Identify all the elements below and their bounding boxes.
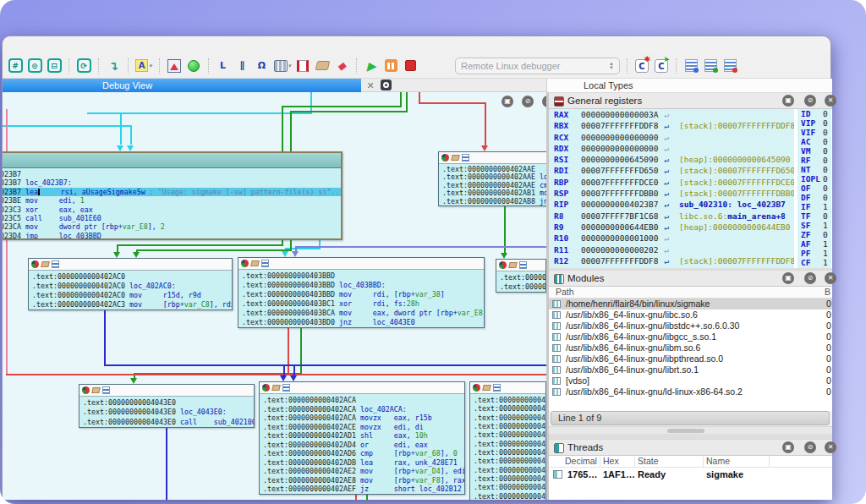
- register-row[interactable]: RSP00007FFFFFFFDBB0↵[stack]:00007FFFFFFF…: [549, 188, 794, 199]
- jump-icon[interactable]: ↵: [664, 120, 669, 131]
- register-row[interactable]: RDI00007FFFFFFFD650↵[stack]:00007FFFFFFF…: [549, 165, 794, 176]
- asm-line[interactable]: .text:000000000040: [474, 396, 545, 404]
- combo-stepper-icon[interactable]: ▲▼: [609, 62, 614, 70]
- module-row[interactable]: /home/henri/flair84/bin/linux/sigmake0: [549, 299, 832, 310]
- hand-icon[interactable]: [271, 385, 280, 391]
- run-to-icon[interactable]: [473, 384, 480, 392]
- asm-line[interactable]: .text:000000000040: [474, 414, 545, 422]
- module-row[interactable]: /usr/lib/x86_64-linux-gnu/libgcc_s.so.10: [549, 331, 832, 342]
- asm-line[interactable]: .text:0000000000402AE2 mov [rbp+var_D4],…: [263, 467, 464, 476]
- chart-icon[interactable]: [519, 261, 527, 269]
- flag-row[interactable]: VIP0: [797, 118, 831, 128]
- jump-icon[interactable]: ↵: [664, 233, 669, 244]
- tab-close-icon[interactable]: ✕: [364, 79, 376, 91]
- asm-line[interactable]: .text:00000000004023B7 loc_4023B7:: [3, 178, 341, 187]
- flag-row[interactable]: RF0: [797, 156, 831, 165]
- flag-row[interactable]: ID0: [797, 109, 831, 118]
- flag-row[interactable]: OF0: [797, 184, 831, 193]
- segments-icon[interactable]: ∥: [235, 57, 250, 75]
- asm-line[interactable]: .text:000000000040: [474, 448, 545, 457]
- node-header[interactable]: [439, 152, 546, 164]
- flags-list[interactable]: ID0VIP0VIF0AC0VM0RF0NT0IOPL0OF0DF0IF1TF0…: [797, 109, 831, 268]
- register-row[interactable]: R100000000000001000↵: [549, 233, 794, 244]
- register-row[interactable]: R1200007FFFFFFFDDF8↵[stack]:00007FFFFFFF…: [549, 255, 794, 266]
- asm-line[interactable]: .text:000000000040: [474, 422, 545, 430]
- asm-line[interactable]: .text:000000000040: [474, 492, 545, 500]
- asm-line[interactable]: .text:0000000000402AD4 or edi, eax: [263, 441, 464, 450]
- module-row[interactable]: [vdso]0: [549, 375, 832, 386]
- register-row[interactable]: RDX0000000000000000↵: [549, 143, 794, 154]
- chart-icon[interactable]: [493, 384, 501, 392]
- flag-row[interactable]: PF1: [797, 249, 831, 258]
- registers-restore-button[interactable]: ▣: [782, 95, 794, 107]
- run-to-icon[interactable]: [241, 260, 249, 267]
- jump-icon[interactable]: ↵: [664, 222, 669, 233]
- asm-line[interactable]: .text:0000000000402AC0: [32, 272, 232, 282]
- scrollbar-handle[interactable]: [667, 429, 704, 433]
- module-row[interactable]: /usr/lib/x86_64-linux-gnu/librt.so.10: [549, 364, 832, 375]
- flag-row[interactable]: AC0: [797, 137, 831, 146]
- asm-line[interactable]: .text:0000000000: [500, 273, 545, 282]
- flag-row[interactable]: CF1: [797, 258, 831, 267]
- jump-icon[interactable]: ↵: [664, 132, 669, 143]
- asm-line[interactable]: .text:00000000004023C3 xor eax, eax: [3, 205, 341, 214]
- process-running-icon[interactable]: [186, 57, 201, 75]
- stack-trace-icon[interactable]: ⊟: [47, 57, 62, 75]
- asm-line[interactable]: .text:0000000000402AB8 jnz: [442, 198, 546, 205]
- asm-line[interactable]: .text:0000000000403BC1 xor rdi, fs:28h: [242, 299, 484, 309]
- node-header[interactable]: [79, 385, 254, 397]
- asm-line[interactable]: .text:000000000040: [474, 483, 545, 491]
- threads-close-button[interactable]: ✕: [825, 441, 836, 453]
- thread-row[interactable]: 1765…1AF1…Readysigmake: [549, 468, 832, 481]
- hand-tool-icon[interactable]: [315, 57, 330, 75]
- asm-line[interactable]: .text:00000000004023BE mov edi, 1: [3, 196, 341, 205]
- breakpoint-group-icon[interactable]: [295, 57, 310, 75]
- asm-line[interactable]: .text:00000000004023C5 call sub_401E60: [3, 214, 341, 222]
- flag-row[interactable]: NT0: [797, 165, 831, 174]
- graph-restore-button[interactable]: ▣: [502, 96, 513, 107]
- asm-line[interactable]: .text:000000000040: [474, 474, 545, 483]
- add-watch-icon[interactable]: [703, 57, 718, 75]
- chart-icon[interactable]: [462, 154, 469, 162]
- jump-icon[interactable]: ↵: [664, 255, 669, 266]
- list-view-icon[interactable]: [683, 57, 699, 75]
- modules-list[interactable]: /home/henri/flair84/bin/linux/sigmake0/u…: [549, 299, 832, 411]
- text-color-icon[interactable]: A▾: [135, 57, 152, 75]
- window-list-icon[interactable]: [381, 79, 392, 90]
- threads-restore-button[interactable]: ▣: [782, 441, 794, 453]
- hand-icon[interactable]: [41, 261, 49, 267]
- flag-row[interactable]: AF1: [797, 239, 831, 249]
- modules-hscrollbar[interactable]: [549, 426, 832, 434]
- jump-icon[interactable]: ↵: [664, 211, 669, 222]
- register-row[interactable]: RBX00007FFFFFFFDDF8↵[stack]:00007FFFFFFF…: [549, 120, 794, 131]
- asm-line[interactable]: .text:00000000004023B7: [3, 170, 341, 178]
- node-header[interactable]: [496, 260, 545, 271]
- module-row[interactable]: /usr/lib/x86_64-linux-gnu/libm.so.60: [549, 342, 832, 353]
- jump-icon[interactable]: ↵: [664, 143, 669, 154]
- quick-compile-icon[interactable]: C➤: [654, 57, 669, 75]
- chart-icon[interactable]: [282, 384, 290, 392]
- node-loc_403BBD[interactable]: .text:0000000000403BBD.text:000000000040…: [238, 257, 485, 328]
- modules-restore-button[interactable]: ▣: [782, 272, 794, 284]
- hand-icon[interactable]: [451, 155, 459, 161]
- asm-line[interactable]: .text:0000000000403BD0 jnz loc_4043E0: [242, 318, 484, 327]
- asm-line[interactable]: .text:0000000000402AE8 mov [rbp+var_F8],…: [263, 476, 464, 485]
- asm-line[interactable]: .text:0000000000402AD1 shl eax, 10h: [263, 431, 464, 441]
- asm-line[interactable]: .text:0000000000402AC3 mov [rbp+var_C8],…: [32, 300, 232, 310]
- asm-line[interactable]: .text:0000000000402AD6 cmp [rbp+var_68],…: [263, 449, 464, 458]
- node-bottom-right-clipped[interactable]: .text:000000000040.text:000000000040.tex…: [469, 381, 546, 500]
- asm-line[interactable]: .text:0000000000402AC0 mov r15d, r9d: [32, 291, 232, 300]
- node-loc_402AC0[interactable]: .text:0000000000402AC0.text:000000000040…: [28, 258, 233, 310]
- modules-column-header[interactable]: Path B: [549, 287, 832, 299]
- asm-line[interactable]: .text:0000000000402ACA: [263, 396, 464, 405]
- jump-icon[interactable]: ↵: [664, 188, 669, 199]
- chart-icon[interactable]: [52, 260, 59, 268]
- asm-line[interactable]: .text:00000000004043E0: [83, 398, 254, 408]
- jump-icon[interactable]: ↵: [664, 177, 669, 188]
- threads-list[interactable]: 1765…1AF1…Readysigmake: [549, 468, 832, 500]
- run-to-icon[interactable]: [441, 154, 449, 162]
- node-header[interactable]: [238, 258, 484, 270]
- module-row[interactable]: /usr/lib/x86_64-linux-gnu/libpthread.so.…: [549, 353, 832, 364]
- hand-icon[interactable]: [482, 385, 491, 391]
- asm-line[interactable]: .text:00000000004043E0 loc_4043E0:: [83, 408, 254, 417]
